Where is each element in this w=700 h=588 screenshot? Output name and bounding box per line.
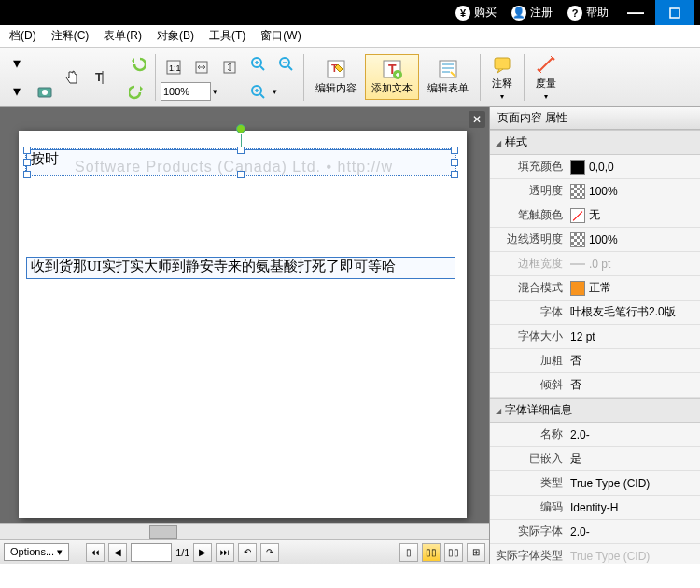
fit-width-icon xyxy=(193,59,210,76)
canvas-area[interactable]: ✕ Software Products (Canada) Ltd. • http… xyxy=(0,107,489,523)
menu-tool[interactable]: 工具(T) xyxy=(202,26,253,46)
resize-handle-w[interactable] xyxy=(23,159,31,166)
help-button[interactable]: ? 帮助 xyxy=(560,0,616,25)
prop-actual-type: 实际字体类型 True Type (CID) xyxy=(490,544,700,564)
prop-fill-color[interactable]: 填充颜色 0,0,0 xyxy=(490,155,700,179)
prop-actual-font: 实际字体 2.0- xyxy=(490,520,700,544)
continuous-view[interactable]: ▯▯ xyxy=(422,543,441,562)
last-page-button[interactable]: ⏭ xyxy=(216,543,234,562)
opacity-swatch xyxy=(570,184,585,199)
snapshot-button[interactable] xyxy=(32,78,58,105)
fit-page-button[interactable] xyxy=(217,54,243,80)
textbox1-text: 按时 xyxy=(27,149,63,168)
fill-swatch[interactable] xyxy=(570,160,585,175)
edit-content-button[interactable]: T 编辑内容 xyxy=(309,54,363,100)
zoom-dropdown[interactable]: ▾ xyxy=(213,87,217,96)
options-button[interactable]: Options... ▾ xyxy=(4,543,69,561)
dropdown-button-2[interactable]: ▾ xyxy=(4,78,30,105)
textbox-2[interactable]: 收到货那UI实打实大师到静安寺来的氨基酸打死了即可等哈 xyxy=(26,257,455,279)
next-page-button[interactable]: ▶ xyxy=(193,543,212,562)
prev-page-button[interactable]: ◀ xyxy=(108,543,127,562)
resize-handle-ne[interactable] xyxy=(451,147,458,154)
edit-form-button[interactable]: 编辑表单 xyxy=(421,54,475,100)
page-input[interactable] xyxy=(131,543,172,562)
undo-button[interactable] xyxy=(124,50,150,77)
resize-handle-s[interactable] xyxy=(237,171,245,178)
dropdown-button[interactable]: ▾ xyxy=(4,50,30,77)
nav-back-button[interactable]: ↶ xyxy=(238,543,257,562)
page-count: 1/1 xyxy=(175,547,189,558)
zoom-more[interactable]: ▾ xyxy=(273,87,277,96)
stroke-swatch[interactable] xyxy=(570,208,585,223)
svg-rect-17 xyxy=(495,58,510,69)
blend-swatch xyxy=(570,281,585,296)
titlebar: ¥ 购买 👤 注册 ? 帮助 — xyxy=(0,0,700,25)
zoom-input[interactable] xyxy=(161,82,211,101)
fit-page-icon xyxy=(221,59,238,76)
text-select-tool[interactable]: T xyxy=(88,64,114,91)
zoom-in-button[interactable] xyxy=(245,50,271,77)
resize-handle-sw[interactable] xyxy=(23,171,31,178)
two-continuous-view[interactable]: ⊞ xyxy=(467,543,485,562)
hand-icon xyxy=(64,69,81,86)
prop-fontname: 名称 2.0- xyxy=(490,423,700,447)
redo-icon xyxy=(129,83,146,100)
edit-content-label: 编辑内容 xyxy=(315,81,357,95)
statusbar: Options... ▾ ⏮ ◀ 1/1 ▶ ⏭ ↶ ↷ ▯ ▯▯ ▯▯ ⊞ xyxy=(0,539,489,564)
resize-handle-e[interactable] xyxy=(451,159,458,166)
svg-rect-0 xyxy=(670,8,679,18)
prop-stroke-color[interactable]: 笔触颜色 无 xyxy=(490,203,700,228)
section-style[interactable]: 样式 xyxy=(490,130,700,155)
maximize-button[interactable] xyxy=(655,0,694,25)
zoom-in-icon xyxy=(249,55,266,72)
two-page-view[interactable]: ▯▯ xyxy=(444,543,463,562)
resize-handle-nw[interactable] xyxy=(23,147,31,154)
textbox-selected[interactable]: 按时 xyxy=(26,149,455,175)
section-fontinfo[interactable]: 字体详细信息 xyxy=(490,398,700,423)
nav-fwd-button[interactable]: ↷ xyxy=(260,543,279,562)
minimize-button[interactable]: — xyxy=(616,3,655,22)
prop-opacity[interactable]: 透明度 100% xyxy=(490,179,700,203)
resize-handle-se[interactable] xyxy=(451,171,458,178)
prop-blend-mode[interactable]: 混合模式 正常 xyxy=(490,276,700,301)
hand-tool[interactable] xyxy=(60,64,86,91)
help-icon: ? xyxy=(567,6,582,21)
menu-form[interactable]: 表单(R) xyxy=(96,26,149,46)
scroll-thumb[interactable] xyxy=(149,525,177,539)
first-page-button[interactable]: ⏮ xyxy=(86,543,105,562)
register-button[interactable]: 👤 注册 xyxy=(504,0,560,25)
rotate-handle[interactable] xyxy=(236,124,245,133)
zoom-11-button[interactable]: 1:1 xyxy=(161,54,187,80)
menu-win[interactable]: 窗口(W) xyxy=(253,26,308,46)
menu-obj[interactable]: 对象(B) xyxy=(149,26,202,46)
prop-border-opacity[interactable]: 边线透明度 100% xyxy=(490,228,700,252)
menu-annot[interactable]: 注释(C) xyxy=(44,26,97,46)
close-tab-button[interactable]: ✕ xyxy=(469,111,485,128)
prop-bold[interactable]: 加粗 否 xyxy=(490,349,700,373)
fit-width-button[interactable] xyxy=(189,54,215,80)
horizontal-scrollbar[interactable] xyxy=(0,523,489,539)
zoom-actual-icon: 1:1 xyxy=(165,59,182,76)
prop-font[interactable]: 字体 叶根友毛笔行书2.0版 xyxy=(490,301,700,325)
redo-button[interactable] xyxy=(124,78,150,105)
undo-icon xyxy=(129,55,146,72)
single-page-view[interactable]: ▯ xyxy=(399,543,418,562)
menu-doc[interactable]: 档(D) xyxy=(2,26,44,46)
add-text-button[interactable]: T 添加文本 xyxy=(365,54,419,100)
zoom-combo-button[interactable] xyxy=(245,78,271,105)
prop-italic[interactable]: 倾斜 否 xyxy=(490,373,700,398)
prop-border-width[interactable]: 边框宽度 .0 pt xyxy=(490,252,700,276)
menubar: 档(D) 注释(C) 表单(R) 对象(B) 工具(T) 窗口(W) xyxy=(0,25,700,48)
svg-point-2 xyxy=(42,90,48,95)
maximize-icon xyxy=(669,7,680,19)
annot-label: 注释 xyxy=(492,77,512,91)
measure-button[interactable]: 度量 ▾ xyxy=(529,49,563,105)
resize-handle-n[interactable] xyxy=(237,147,245,154)
prop-font-size[interactable]: 字体大小 12 pt xyxy=(490,325,700,349)
page[interactable]: Software Products (Canada) Ltd. • http:/… xyxy=(19,131,467,518)
register-label: 注册 xyxy=(530,5,553,21)
measure-label: 度量 xyxy=(536,77,556,91)
buy-button[interactable]: ¥ 购买 xyxy=(448,0,504,25)
zoom-out-button[interactable] xyxy=(273,50,299,77)
annot-button[interactable]: 注释 ▾ xyxy=(485,49,519,105)
